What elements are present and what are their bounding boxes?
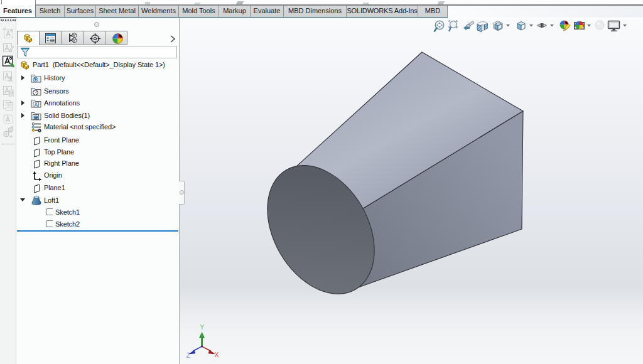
- svg-text:Y: Y: [200, 323, 204, 331]
- svg-text:A: A: [34, 102, 38, 108]
- svg-text:X: X: [215, 351, 219, 358]
- svg-text:Z: Z: [186, 351, 191, 359]
